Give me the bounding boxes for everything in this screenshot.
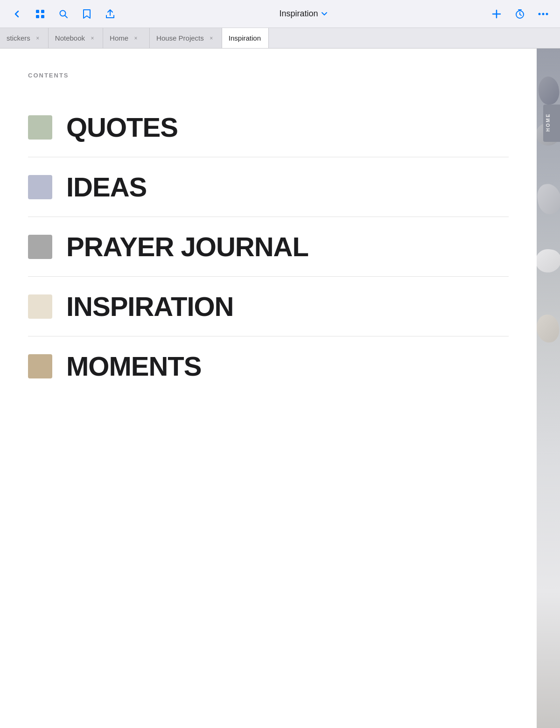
toolbar-center: Inspiration [279, 9, 327, 19]
ideas-title: IDEAS [66, 171, 147, 203]
toc-item-inspiration[interactable]: INSPIRATION [28, 277, 509, 336]
toc-item-quotes[interactable]: QUOTES [28, 98, 509, 157]
grid-button[interactable] [33, 7, 48, 21]
tab-inspiration-label: Inspiration [229, 34, 261, 42]
svg-rect-1 [41, 10, 44, 13]
toc-item-prayer-journal[interactable]: PRAYER JOURNAL [28, 217, 509, 277]
contents-heading: CONTENTS [28, 72, 509, 79]
stone-3 [537, 182, 560, 216]
toolbar-title: Inspiration [279, 9, 318, 19]
main-area: CONTENTS QUOTES IDEAS PRAYER JOURNAL INS… [0, 49, 560, 728]
tab-home[interactable]: Home × [103, 28, 150, 48]
tab-stickers[interactable]: stickers × [0, 28, 49, 48]
toc-item-ideas[interactable]: IDEAS [28, 157, 509, 217]
chevron-down-icon[interactable] [321, 10, 328, 18]
toolbar: Inspiration [0, 0, 560, 28]
page-content: CONTENTS QUOTES IDEAS PRAYER JOURNAL INS… [0, 49, 537, 728]
tab-notebook-close[interactable]: × [89, 35, 96, 42]
back-button[interactable] [9, 7, 24, 21]
toolbar-left [9, 7, 118, 21]
more-button[interactable] [536, 7, 551, 21]
tab-notebook-label: Notebook [55, 34, 85, 42]
inspiration-title: INSPIRATION [66, 291, 234, 322]
share-button[interactable] [103, 7, 118, 21]
tab-house-projects-label: House Projects [156, 34, 204, 42]
tab-home-label: Home [110, 34, 128, 42]
sidebar-home-tab[interactable]: HOME [543, 105, 560, 142]
timer-button[interactable] [512, 7, 527, 21]
add-button[interactable] [489, 7, 504, 21]
prayer-journal-title: PRAYER JOURNAL [66, 231, 308, 262]
sidebar-home-label: HOME [546, 113, 551, 132]
svg-point-7 [542, 13, 545, 15]
moments-title: MOMENTS [66, 350, 201, 382]
toc-item-moments[interactable]: MOMENTS [28, 336, 509, 396]
inspiration-swatch [28, 294, 52, 319]
svg-rect-2 [36, 15, 39, 18]
prayer-journal-swatch [28, 235, 52, 259]
quotes-swatch [28, 115, 52, 140]
stone-4 [537, 248, 560, 274]
toolbar-right [489, 7, 551, 21]
quotes-title: QUOTES [66, 112, 178, 143]
stone-5 [537, 314, 560, 343]
tab-notebook[interactable]: Notebook × [49, 28, 103, 48]
svg-point-8 [546, 13, 548, 15]
search-button[interactable] [56, 7, 71, 21]
tab-stickers-label: stickers [7, 34, 30, 42]
ideas-swatch [28, 175, 52, 199]
tab-house-projects[interactable]: House Projects × [150, 28, 222, 48]
svg-rect-3 [41, 15, 44, 18]
moments-swatch [28, 354, 52, 378]
svg-point-6 [539, 13, 541, 15]
tab-home-close[interactable]: × [132, 35, 140, 42]
right-sidebar: HOME [537, 49, 560, 728]
tab-stickers-close[interactable]: × [34, 35, 42, 42]
svg-rect-0 [36, 10, 39, 13]
bookmark-button[interactable] [79, 7, 94, 21]
tab-house-projects-close[interactable]: × [208, 35, 215, 42]
stone-6 [537, 383, 560, 411]
tab-inspiration[interactable]: Inspiration [222, 28, 269, 48]
stone-1 [537, 76, 560, 105]
tabs-bar: stickers × Notebook × Home × House Proje… [0, 28, 560, 49]
